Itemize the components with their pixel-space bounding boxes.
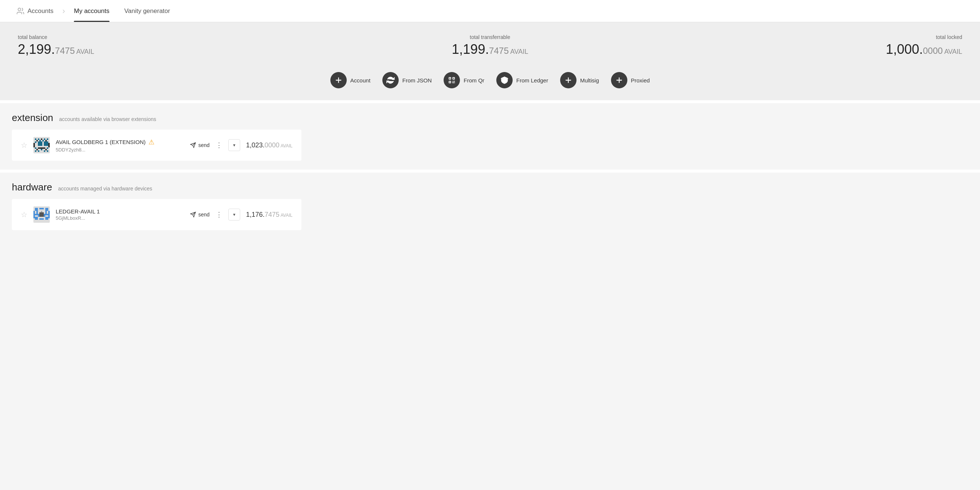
nav-item-my-accounts[interactable]: My accounts	[67, 0, 116, 22]
star-icon[interactable]: ☆	[21, 210, 27, 219]
ledger-icon	[500, 76, 509, 84]
total-balance-integer: 2,199.	[18, 41, 55, 57]
nav-item-vanity-generator[interactable]: Vanity generator	[117, 0, 177, 22]
identicon-hardware	[33, 207, 50, 223]
from-qr-label: From Qr	[464, 77, 484, 84]
proxied-plus-icon	[615, 76, 623, 84]
qr-icon	[448, 76, 456, 84]
svg-rect-8	[453, 81, 455, 82]
from-qr-button[interactable]: From Qr	[444, 72, 484, 88]
hardware-group-subtitle: accounts managed via hardware devices	[58, 186, 152, 191]
section-divider-1	[0, 100, 980, 103]
dropdown-button[interactable]: ▾	[228, 208, 240, 221]
svg-rect-48	[45, 211, 47, 214]
svg-rect-26	[33, 143, 35, 147]
stats-section: total balance 2,199.7475AVAIL total tran…	[0, 22, 980, 66]
dropdown-button[interactable]: ▾	[228, 139, 240, 151]
svg-rect-43	[45, 208, 48, 211]
total-locked-block: total locked 1,000.0000AVAIL	[886, 34, 962, 57]
svg-rect-21	[42, 140, 44, 142]
more-options-button[interactable]: ⋮	[214, 140, 224, 151]
total-locked-integer: 1,000.	[886, 41, 923, 57]
svg-rect-23	[35, 142, 37, 143]
from-ledger-label: From Ledger	[516, 77, 548, 84]
proxied-button[interactable]: Proxied	[611, 72, 650, 88]
svg-rect-11	[454, 82, 455, 84]
top-navigation: Accounts › My accounts Vanity generator	[0, 0, 980, 22]
svg-rect-42	[39, 208, 44, 209]
svg-rect-45	[48, 211, 50, 218]
send-button[interactable]: send	[190, 142, 209, 148]
svg-rect-24	[38, 142, 42, 146]
send-icon	[190, 212, 196, 218]
account-name-text: AVAIL GOLDBERG 1 (EXTENSION)	[56, 139, 145, 145]
total-balance-block: total balance 2,199.7475AVAIL	[18, 34, 94, 57]
send-icon	[190, 142, 196, 148]
svg-rect-4	[450, 78, 451, 79]
nav-separator: ›	[61, 6, 67, 16]
svg-rect-46	[37, 211, 38, 214]
total-transferrable-decimal: 7475	[489, 46, 509, 56]
send-button[interactable]: send	[190, 212, 209, 218]
account-balance: 1,023.0000AVAIL	[246, 142, 293, 149]
hardware-group: hardware accounts managed via hardware d…	[0, 173, 980, 230]
svg-rect-35	[38, 150, 39, 152]
svg-rect-9	[452, 82, 453, 84]
svg-rect-37	[47, 150, 48, 152]
from-json-button[interactable]: From JSON	[382, 72, 432, 88]
svg-rect-30	[47, 147, 48, 149]
plus-icon	[334, 76, 343, 84]
svg-rect-54	[45, 217, 48, 220]
svg-rect-52	[35, 217, 38, 220]
total-locked-unit: AVAIL	[944, 48, 962, 55]
add-account-icon-circle	[330, 72, 347, 88]
svg-rect-36	[44, 150, 45, 152]
extension-group-header: extension accounts available via browser…	[12, 112, 968, 124]
from-qr-icon-circle	[444, 72, 460, 88]
account-actions: send ⋮ ▾	[190, 139, 240, 151]
svg-rect-55	[39, 212, 44, 217]
avatar	[33, 137, 50, 153]
account-balance: 1,176.7475AVAIL	[246, 211, 293, 219]
extension-group-subtitle: accounts available via browser extension…	[59, 116, 156, 122]
multisig-button[interactable]: Multisig	[560, 72, 599, 88]
nav-item-accounts[interactable]: Accounts	[9, 0, 61, 22]
svg-rect-27	[48, 143, 50, 147]
svg-rect-10	[453, 83, 454, 84]
svg-rect-14	[35, 138, 37, 140]
total-balance-label: total balance	[18, 34, 94, 40]
total-transferrable-value: 1,199.7475AVAIL	[452, 41, 528, 57]
star-icon[interactable]: ☆	[21, 141, 27, 150]
add-account-button[interactable]: Account	[330, 72, 371, 88]
total-transferrable-unit: AVAIL	[511, 48, 528, 55]
balance-decimal: 0000	[265, 142, 280, 149]
dropdown-icon: ▾	[233, 143, 235, 148]
svg-rect-19	[37, 140, 38, 142]
extension-group: extension accounts available via browser…	[0, 103, 980, 161]
warning-icon: ⚠	[148, 138, 154, 146]
total-locked-decimal: 0000	[923, 46, 942, 56]
identicon-extension	[33, 137, 50, 153]
multisig-plus-icon	[564, 76, 573, 84]
from-json-label: From JSON	[402, 77, 432, 84]
avatar	[33, 207, 50, 223]
account-address: 5GjMLboxR...	[56, 215, 184, 221]
svg-rect-22	[45, 140, 47, 142]
balance-unit: AVAIL	[281, 213, 293, 218]
svg-rect-16	[41, 138, 42, 140]
extension-group-title: extension	[12, 112, 53, 124]
multisig-icon-circle	[560, 72, 576, 88]
total-balance-decimal: 7475	[55, 46, 75, 56]
from-ledger-button[interactable]: From Ledger	[496, 72, 548, 88]
account-actions: send ⋮ ▾	[190, 208, 240, 221]
nav-my-accounts-label: My accounts	[74, 8, 109, 15]
more-options-button[interactable]: ⋮	[214, 209, 224, 220]
total-balance-value: 2,199.7475AVAIL	[18, 41, 94, 57]
actions-section: Account From JSON	[0, 66, 980, 100]
total-transferrable-block: total transferrable 1,199.7475AVAIL	[452, 34, 528, 57]
svg-rect-25	[44, 142, 48, 146]
svg-rect-18	[47, 138, 48, 140]
balance-decimal: 7475	[265, 211, 280, 218]
svg-rect-5	[453, 78, 454, 79]
send-label: send	[198, 142, 209, 148]
